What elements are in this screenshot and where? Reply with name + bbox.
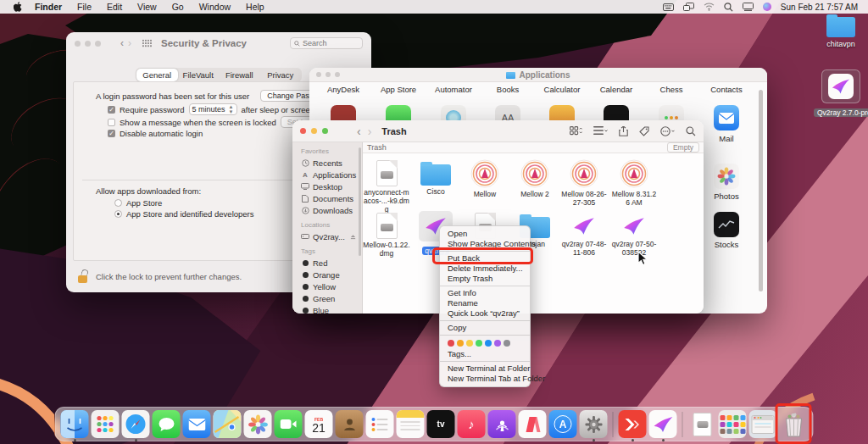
zoom-button[interactable] (95, 41, 101, 47)
tag-red[interactable] (448, 340, 454, 347)
file-mellow-08[interactable]: Mellow 08-26-27-305 (560, 158, 608, 207)
search-field[interactable] (290, 37, 363, 49)
file-cisco-folder[interactable]: Cisco (412, 158, 459, 196)
menu-view[interactable]: View (130, 2, 164, 12)
menu-help[interactable]: Help (238, 2, 272, 12)
desktop-icon-chitavpn[interactable]: chitavpn (819, 17, 863, 48)
desktop-icon-qv2ray[interactable]: Qv2ray 2.7.0-pre2 (814, 69, 868, 119)
dock-applications-stack-icon[interactable] (719, 410, 747, 438)
file-mellow-2[interactable]: Mellow 2 (511, 158, 559, 198)
sidebar-item-applications[interactable]: AApplications (292, 169, 362, 180)
display-icon[interactable] (743, 3, 754, 11)
menu-bar-clock[interactable]: Sun Feb 21 7:57 AM (781, 3, 860, 12)
menu-item-get-info[interactable]: Get Info (440, 288, 530, 298)
forward-button[interactable]: › (128, 38, 131, 48)
file-mellow[interactable]: Mellow (461, 158, 509, 198)
app-label-chess[interactable]: Chess (644, 85, 698, 94)
search-input[interactable] (303, 39, 353, 47)
app-icon-stocks[interactable] (714, 212, 739, 237)
empty-trash-button[interactable]: Empty (667, 142, 699, 153)
dock-facetime-icon[interactable] (275, 410, 303, 438)
tag-green[interactable] (476, 340, 482, 347)
radio-app-store[interactable] (114, 199, 122, 207)
minimize-button[interactable] (85, 41, 91, 47)
menu-item-new-terminal-tab[interactable]: New Terminal Tab at Folder (440, 374, 530, 384)
file-anyconnect-dmg[interactable]: anyconnect-macos-...-k9.dmg (363, 158, 410, 214)
interval-dropdown[interactable]: 5 minutes▲▼ (189, 103, 237, 115)
dock-photos-icon[interactable] (244, 410, 272, 438)
minimize-button[interactable] (311, 128, 317, 134)
sidebar-item-desktop[interactable]: Desktop (292, 180, 362, 192)
dock-qv2ray-icon[interactable] (649, 410, 677, 438)
menu-item-put-back[interactable]: Put Back (440, 253, 530, 264)
app-label-contacts[interactable]: Contacts (699, 85, 754, 94)
dock-notes-icon[interactable] (397, 410, 425, 438)
dock-launchpad-icon[interactable] (92, 410, 120, 438)
screen-mirroring-icon[interactable] (683, 3, 694, 11)
close-button[interactable] (75, 41, 81, 47)
file-qv2ray-0750[interactable]: qv2ray 07-50-038592 (610, 211, 658, 257)
menu-item-empty-trash[interactable]: Empty Trash (440, 274, 530, 284)
tab-general[interactable]: General (136, 69, 178, 81)
dock-safari-icon[interactable] (122, 410, 150, 438)
menu-finder[interactable]: Finder (27, 2, 70, 12)
tag-icon[interactable] (639, 126, 649, 136)
disable-auto-login-checkbox[interactable]: ✓ (108, 130, 115, 137)
menu-item-new-terminal[interactable]: New Terminal at Folder (440, 364, 530, 374)
dock-maps-icon[interactable] (214, 410, 242, 438)
file-qv2ray-0748[interactable]: qv2ray 07-48-11-806 (560, 211, 608, 257)
tag-gray[interactable] (504, 340, 510, 347)
menu-edit[interactable]: Edit (99, 2, 130, 12)
dock-music-icon[interactable]: ♪ (458, 410, 486, 438)
eject-icon[interactable] (350, 234, 356, 240)
menu-item-rename[interactable]: Rename (440, 298, 530, 308)
side-app-label-stocks[interactable]: Stocks (699, 240, 754, 249)
menu-item-open[interactable]: Open (440, 229, 530, 239)
dock-preferences-icon[interactable] (580, 410, 608, 438)
spotlight-icon[interactable] (724, 3, 733, 12)
app-label-calendar[interactable]: Calendar (589, 85, 643, 94)
close-button[interactable] (300, 128, 306, 134)
tab-firewall[interactable]: Firewall (219, 69, 260, 81)
menu-item-tags[interactable]: Tags... (440, 349, 530, 359)
show-all-icon[interactable] (142, 39, 152, 48)
wifi-icon[interactable] (704, 3, 715, 11)
app-label-appstore[interactable]: App Store (371, 85, 426, 94)
sidebar-tag-yellow[interactable]: Yellow (292, 280, 362, 292)
side-app-label-mail[interactable]: Mail (699, 134, 754, 143)
forward-button[interactable]: › (368, 125, 372, 137)
more-actions-icon[interactable] (660, 126, 675, 136)
dock-trash-icon[interactable] (780, 410, 808, 438)
tab-filevault[interactable]: FileVault (178, 69, 220, 81)
back-button[interactable]: ‹ (357, 125, 361, 137)
menu-file[interactable]: File (70, 2, 99, 12)
share-icon[interactable] (619, 126, 628, 136)
app-icon-photos[interactable] (714, 164, 739, 189)
scrollbar[interactable] (759, 90, 763, 291)
sidebar-scrollbar[interactable] (359, 147, 361, 256)
file-mellow-dmg[interactable]: Mellow-0.1.22.dmg (363, 211, 410, 258)
sidebar-item-qv2ray-volume[interactable]: Qv2ray... (292, 230, 362, 242)
file-mellow-831[interactable]: Mellow 8.31.26 AM (610, 158, 658, 207)
sidebar-item-recents[interactable]: Recents (292, 157, 362, 169)
sidebar-item-downloads[interactable]: Downloads (292, 204, 362, 216)
dock-finder-icon[interactable] (61, 410, 89, 438)
dock-calendar-icon[interactable]: FEB21 (305, 410, 333, 438)
require-password-checkbox[interactable]: ✓ (108, 106, 115, 114)
app-label-automator[interactable]: Automator (426, 85, 481, 94)
dock-contacts-icon[interactable] (336, 410, 364, 438)
dock-tv-icon[interactable]: tv (427, 410, 455, 438)
dock-reminders-icon[interactable] (366, 410, 394, 438)
sidebar-tag-orange[interactable]: Orange (292, 269, 362, 280)
dock-diskimage-icon[interactable] (688, 410, 716, 438)
menu-go[interactable]: Go (164, 2, 192, 12)
lock-icon[interactable] (78, 269, 89, 283)
side-app-label-photos[interactable]: Photos (699, 191, 754, 201)
dock-appstore-icon[interactable]: A (549, 410, 577, 438)
menu-item-delete-immediately[interactable]: Delete Immediately... (440, 264, 530, 274)
dock-downloads-stack-icon[interactable] (749, 410, 777, 438)
group-by-icon[interactable] (593, 126, 608, 136)
app-label-calculator[interactable]: Calculator (535, 85, 589, 94)
sidebar-tag-blue[interactable]: Blue (292, 304, 362, 314)
sidebar-item-documents[interactable]: Documents (292, 192, 362, 204)
